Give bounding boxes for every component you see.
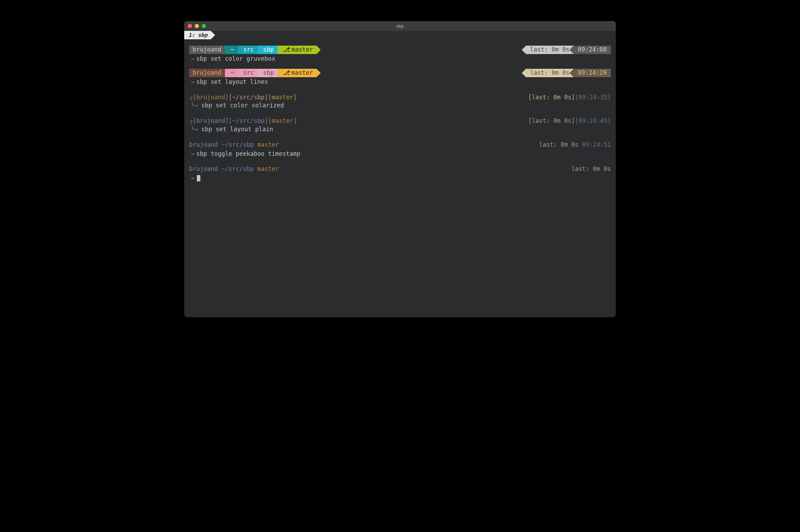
prompt-row: brujoand ~/src/sbp master last: 0m 0s 09…	[189, 141, 611, 149]
seg-dir: src	[238, 46, 258, 54]
seg-last: last: 0m 0s	[526, 46, 574, 54]
command-text: sbp toggle peekaboo timestamp	[196, 150, 300, 157]
prompt-right: last: 0m 0s 09:24:29	[526, 69, 611, 77]
seg-user: [brujoand]	[193, 93, 228, 102]
prompt-right: last: 0m 0s 09:24:51	[539, 141, 611, 149]
prompt-row: ┌[brujoand][~/src/sbp][master] [last: 0m…	[189, 93, 611, 102]
command-line: →sbp set color gruvebox	[189, 55, 611, 63]
zoom-icon[interactable]	[202, 24, 206, 28]
seg-last: last: 0m 0s	[539, 141, 579, 148]
seg-user: brujoand	[189, 141, 218, 148]
prompt-row: ┌[brujoand][~/src/sbp][master] [last: 0m…	[189, 117, 611, 125]
seg-home: ~	[225, 46, 238, 54]
seg-time: 09:24:51	[582, 141, 611, 148]
window-title: sbp	[396, 24, 404, 29]
seg-branch: ⎇master	[278, 46, 316, 54]
seg-branch: [master]	[268, 93, 297, 102]
command-line: →sbp set layout lines	[189, 78, 611, 86]
seg-dir: src	[238, 69, 258, 77]
prompt-right: [last: 0m 0s][09:24:45]	[528, 117, 611, 125]
tabbar: 1: sbp	[184, 31, 616, 40]
titlebar[interactable]: sbp	[184, 21, 616, 31]
prompt-arrow-icon: →	[191, 55, 194, 62]
prompt-right: last: 0m 0s	[571, 165, 611, 173]
prompt-arrow-icon: →	[191, 174, 194, 181]
command-line[interactable]: →	[189, 174, 611, 182]
seg-time: 09:24:29	[574, 69, 611, 77]
command-text: sbp set layout lines	[196, 78, 268, 85]
prompt-row: brujoand ~/src/sbp master last: 0m 0s	[189, 165, 611, 173]
seg-time: [09:24:35]	[575, 93, 611, 102]
seg-user: brujoand	[189, 165, 218, 172]
seg-dir: sbp	[258, 69, 278, 77]
traffic-lights	[188, 24, 206, 28]
seg-branch: [master]	[268, 117, 297, 125]
prompt-right: [last: 0m 0s][09:24:35]	[528, 93, 611, 102]
seg-last: last: 0m 0s	[526, 69, 574, 77]
terminal-window: sbp 1: sbp brujoand ~ src sbp ⎇master la…	[184, 21, 616, 317]
seg-path: [~/src/sbp]	[229, 117, 268, 125]
seg-path: ~/src/sbp	[221, 141, 254, 148]
branch-icon: ⎇	[283, 46, 290, 54]
cursor-icon	[197, 175, 200, 181]
hook-top-icon: ┌	[189, 117, 193, 125]
minimize-icon[interactable]	[195, 24, 199, 28]
command-line: └→ sbp set color solarized	[189, 101, 611, 110]
prompt-row: brujoand ~ src sbp ⎇master last: 0m 0s 0…	[189, 69, 611, 77]
command-line: →sbp toggle peekaboo timestamp	[189, 150, 611, 158]
prompt-left: ┌[brujoand][~/src/sbp][master]	[189, 93, 297, 102]
seg-branch: ⎇master	[278, 69, 316, 77]
seg-path: ~/src/sbp	[221, 165, 254, 172]
seg-branch: master	[258, 141, 279, 148]
seg-user: brujoand	[189, 69, 225, 77]
seg-last: [last: 0m 0s]	[528, 93, 575, 102]
hook-bottom-icon: └→	[191, 102, 198, 109]
command-text: sbp set color gruvebox	[196, 55, 275, 62]
tab-label: 1: sbp	[188, 32, 207, 38]
hook-top-icon: ┌	[189, 93, 193, 102]
prompt-left: brujoand ~/src/sbp master	[189, 141, 279, 149]
seg-user: brujoand	[189, 46, 225, 54]
prompt-right: last: 0m 0s 09:24:08	[526, 46, 611, 54]
prompt-left: brujoand ~ src sbp ⎇master	[189, 46, 316, 54]
branch-icon: ⎇	[283, 69, 290, 77]
seg-dir: sbp	[258, 46, 278, 54]
prompt-arrow-icon: →	[191, 78, 194, 85]
seg-branch: master	[258, 165, 279, 172]
command-text: sbp set layout plain	[201, 126, 273, 133]
seg-last: last: 0m 0s	[571, 165, 611, 172]
close-icon[interactable]	[188, 24, 192, 28]
tab-sbp[interactable]: 1: sbp	[184, 31, 211, 39]
seg-path: [~/src/sbp]	[229, 93, 268, 102]
seg-time: 09:24:08	[574, 46, 611, 54]
prompt-left: ┌[brujoand][~/src/sbp][master]	[189, 117, 297, 125]
command-text: sbp set color solarized	[201, 102, 284, 109]
prompt-row: brujoand ~ src sbp ⎇master last: 0m 0s 0…	[189, 46, 611, 54]
seg-last: [last: 0m 0s]	[528, 117, 575, 125]
seg-user: [brujoand]	[193, 117, 228, 125]
prompt-left: brujoand ~ src sbp ⎇master	[189, 69, 316, 77]
hook-bottom-icon: └→	[191, 126, 198, 133]
command-line: └→ sbp set layout plain	[189, 125, 611, 134]
seg-home: ~	[225, 69, 238, 77]
seg-time: [09:24:45]	[575, 117, 611, 125]
prompt-arrow-icon: →	[191, 150, 194, 157]
prompt-left: brujoand ~/src/sbp master	[189, 165, 279, 173]
terminal-body[interactable]: brujoand ~ src sbp ⎇master last: 0m 0s 0…	[184, 40, 616, 317]
